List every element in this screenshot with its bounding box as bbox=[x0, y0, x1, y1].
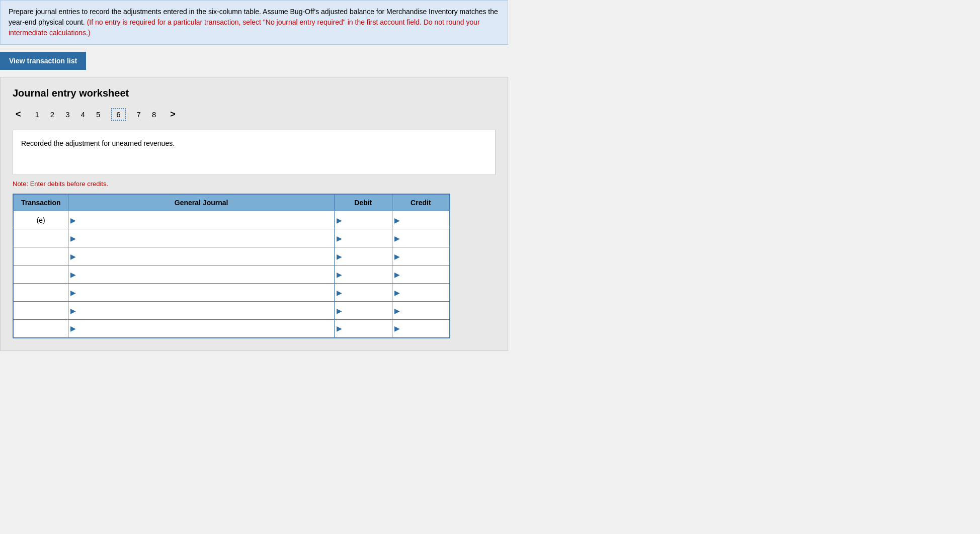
credit-input[interactable] bbox=[395, 284, 446, 301]
general-journal-cell[interactable]: ▶ bbox=[68, 320, 334, 338]
general-journal-cell[interactable]: ▶ bbox=[68, 229, 334, 247]
table-row: ▶▶▶ bbox=[13, 320, 450, 338]
description-text: Recorded the adjustment for unearned rev… bbox=[21, 139, 175, 147]
general-journal-cell[interactable]: ▶ bbox=[68, 247, 334, 265]
dropdown-arrow-icon: ▶ bbox=[70, 307, 76, 315]
credit-arrow-icon: ▶ bbox=[394, 307, 400, 315]
general-journal-input[interactable] bbox=[71, 302, 331, 319]
table-row: ▶▶▶ bbox=[13, 247, 450, 265]
debit-cell[interactable]: ▶ bbox=[334, 211, 392, 229]
description-box: Recorded the adjustment for unearned rev… bbox=[13, 130, 496, 175]
table-row: ▶▶▶ bbox=[13, 265, 450, 284]
dropdown-arrow-icon: ▶ bbox=[70, 252, 76, 260]
page-1[interactable]: 1 bbox=[35, 110, 39, 119]
credit-arrow-icon: ▶ bbox=[394, 234, 400, 242]
credit-cell[interactable]: ▶ bbox=[392, 284, 450, 302]
credit-input[interactable] bbox=[395, 265, 446, 283]
worksheet-title: Journal entry worksheet bbox=[13, 87, 496, 99]
table-row: ▶▶▶ bbox=[13, 284, 450, 302]
instruction-box: Prepare journal entries to record the ad… bbox=[0, 0, 508, 45]
debit-arrow-icon: ▶ bbox=[337, 234, 342, 242]
general-journal-input[interactable] bbox=[71, 247, 331, 265]
debit-arrow-icon: ▶ bbox=[337, 216, 342, 224]
next-page-button[interactable]: > bbox=[167, 108, 179, 121]
transaction-cell bbox=[13, 320, 68, 338]
journal-table: Transaction General Journal Debit Credit… bbox=[13, 194, 450, 338]
pagination-row: < 1 2 3 4 5 6 7 8 > bbox=[13, 108, 496, 121]
credit-cell[interactable]: ▶ bbox=[392, 247, 450, 265]
credit-arrow-icon: ▶ bbox=[394, 271, 400, 279]
general-journal-cell[interactable]: ▶ bbox=[68, 284, 334, 302]
debit-arrow-icon: ▶ bbox=[337, 271, 342, 279]
debit-input[interactable] bbox=[338, 265, 389, 283]
table-row: (e)▶▶▶ bbox=[13, 211, 450, 229]
credit-input[interactable] bbox=[395, 211, 446, 229]
credit-cell[interactable]: ▶ bbox=[392, 320, 450, 338]
credit-input[interactable] bbox=[395, 320, 446, 337]
transaction-cell: (e) bbox=[13, 211, 68, 229]
general-journal-cell[interactable]: ▶ bbox=[68, 211, 334, 229]
debit-cell[interactable]: ▶ bbox=[334, 302, 392, 320]
page-7[interactable]: 7 bbox=[137, 110, 141, 119]
debit-input[interactable] bbox=[338, 211, 389, 229]
debit-input[interactable] bbox=[338, 284, 389, 301]
general-journal-cell[interactable]: ▶ bbox=[68, 265, 334, 284]
credit-cell[interactable]: ▶ bbox=[392, 302, 450, 320]
debit-input[interactable] bbox=[338, 320, 389, 337]
page-2[interactable]: 2 bbox=[50, 110, 54, 119]
debit-input[interactable] bbox=[338, 302, 389, 319]
dropdown-arrow-icon: ▶ bbox=[70, 324, 76, 332]
dropdown-arrow-icon: ▶ bbox=[70, 234, 76, 242]
col-header-transaction: Transaction bbox=[13, 194, 68, 211]
credit-cell[interactable]: ▶ bbox=[392, 229, 450, 247]
debit-cell[interactable]: ▶ bbox=[334, 247, 392, 265]
transaction-cell bbox=[13, 247, 68, 265]
credit-arrow-icon: ▶ bbox=[394, 252, 400, 260]
credit-input[interactable] bbox=[395, 229, 446, 247]
debit-cell[interactable]: ▶ bbox=[334, 265, 392, 284]
transaction-cell bbox=[13, 284, 68, 302]
col-header-general-journal: General Journal bbox=[68, 194, 334, 211]
worksheet-container: Journal entry worksheet < 1 2 3 4 5 6 7 … bbox=[0, 77, 508, 351]
table-row: ▶▶▶ bbox=[13, 229, 450, 247]
credit-cell[interactable]: ▶ bbox=[392, 211, 450, 229]
credit-input[interactable] bbox=[395, 247, 446, 265]
col-header-debit: Debit bbox=[334, 194, 392, 211]
dropdown-arrow-icon: ▶ bbox=[70, 289, 76, 297]
view-transaction-list-button[interactable]: View transaction list bbox=[0, 52, 86, 70]
debit-arrow-icon: ▶ bbox=[337, 324, 342, 332]
general-journal-input[interactable] bbox=[71, 320, 331, 337]
credit-cell[interactable]: ▶ bbox=[392, 265, 450, 284]
general-journal-cell[interactable]: ▶ bbox=[68, 302, 334, 320]
debit-input[interactable] bbox=[338, 247, 389, 265]
page-4[interactable]: 4 bbox=[81, 110, 85, 119]
page-6[interactable]: 6 bbox=[111, 108, 125, 121]
transaction-cell bbox=[13, 265, 68, 284]
debit-arrow-icon: ▶ bbox=[337, 307, 342, 315]
debit-arrow-icon: ▶ bbox=[337, 252, 342, 260]
note-text: Note: Enter debits before credits. bbox=[13, 180, 496, 188]
col-header-credit: Credit bbox=[392, 194, 450, 211]
debit-arrow-icon: ▶ bbox=[337, 289, 342, 297]
page-5[interactable]: 5 bbox=[96, 110, 100, 119]
debit-input[interactable] bbox=[338, 229, 389, 247]
debit-cell[interactable]: ▶ bbox=[334, 284, 392, 302]
transaction-cell bbox=[13, 229, 68, 247]
page-8[interactable]: 8 bbox=[152, 110, 156, 119]
credit-input[interactable] bbox=[395, 302, 446, 319]
dropdown-arrow-icon: ▶ bbox=[70, 216, 76, 224]
general-journal-input[interactable] bbox=[71, 284, 331, 301]
dropdown-arrow-icon: ▶ bbox=[70, 271, 76, 279]
credit-arrow-icon: ▶ bbox=[394, 324, 400, 332]
credit-arrow-icon: ▶ bbox=[394, 216, 400, 224]
general-journal-input[interactable] bbox=[71, 211, 331, 229]
page-3[interactable]: 3 bbox=[65, 110, 69, 119]
table-row: ▶▶▶ bbox=[13, 302, 450, 320]
prev-page-button[interactable]: < bbox=[13, 108, 24, 121]
debit-cell[interactable]: ▶ bbox=[334, 320, 392, 338]
general-journal-input[interactable] bbox=[71, 265, 331, 283]
debit-cell[interactable]: ▶ bbox=[334, 229, 392, 247]
credit-arrow-icon: ▶ bbox=[394, 289, 400, 297]
transaction-cell bbox=[13, 302, 68, 320]
general-journal-input[interactable] bbox=[71, 229, 331, 247]
